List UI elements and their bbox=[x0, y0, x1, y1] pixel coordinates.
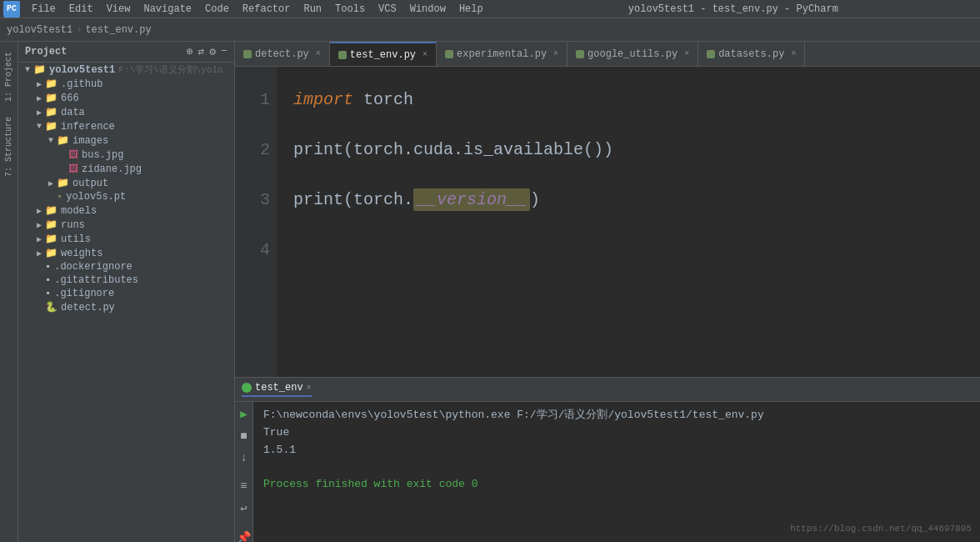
tree-item-models[interactable]: ▶ 📁 models bbox=[18, 203, 234, 218]
menu-help[interactable]: Help bbox=[452, 2, 490, 17]
code-editor[interactable]: 1 2 3 4 import torch print(torch.cuda.is… bbox=[235, 67, 980, 377]
tab-google-utils-label: google_utils.py bbox=[588, 48, 678, 60]
tab-google-utils[interactable]: google_utils.py × bbox=[568, 42, 698, 66]
run-scroll-down-button[interactable]: ↓ bbox=[238, 449, 248, 466]
tree-item-github[interactable]: ▶ 📁 .github bbox=[18, 77, 234, 91]
tab-detect-label: detect.py bbox=[255, 48, 309, 60]
tree-label-weights: weights bbox=[61, 248, 102, 259]
project-panel: Project ⊕ ⇄ ⚙ − ▼ 📁 yolov5test1 F:\学习\语义… bbox=[18, 42, 235, 542]
tree-item-images[interactable]: ▼ 📁 images bbox=[18, 133, 234, 148]
menu-view[interactable]: View bbox=[100, 2, 138, 17]
tree-item-yolov5s[interactable]: ▪ yolov5s.pt bbox=[18, 190, 234, 203]
split-icon[interactable]: ⇄ bbox=[198, 45, 205, 58]
run-status-icon bbox=[242, 383, 252, 393]
tree-item-gitignore[interactable]: ▪ .gitignore bbox=[18, 287, 234, 300]
tab-datasets[interactable]: datasets.py × bbox=[698, 42, 805, 66]
tree-item-utils[interactable]: ▶ 📁 utils bbox=[18, 232, 234, 246]
code-content[interactable]: import torch print(torch.cuda.is_availab… bbox=[277, 67, 980, 377]
gear-icon[interactable]: ⚙ bbox=[209, 45, 216, 58]
menu-tools[interactable]: Tools bbox=[328, 2, 372, 17]
line-numbers: 1 2 3 4 bbox=[235, 67, 277, 377]
tree-item-zidane[interactable]: 🖼 zidane.jpg bbox=[18, 162, 234, 176]
run-pin-button[interactable]: 📌 bbox=[235, 529, 252, 542]
tree-item-dockerignore[interactable]: ▪ .dockerignore bbox=[18, 260, 234, 274]
tab-test-env[interactable]: test_env.py × bbox=[330, 42, 437, 66]
menu-file[interactable]: File bbox=[25, 2, 62, 17]
panel-header: Project ⊕ ⇄ ⚙ − bbox=[18, 42, 234, 63]
tab-google-utils-close[interactable]: × bbox=[684, 49, 689, 58]
tree-item-root[interactable]: ▼ 📁 yolov5test1 F:\学习\语义分割\yolo bbox=[18, 63, 234, 77]
tree-label-models: models bbox=[61, 205, 97, 217]
tree-label-inference: inference bbox=[61, 121, 115, 133]
tree-label-gitignore: .gitignore bbox=[54, 288, 114, 299]
editor-section: detect.py × test_env.py × experimental.p… bbox=[235, 42, 980, 542]
line-num-4: 4 bbox=[235, 225, 270, 275]
tree-label-zidane: zidane.jpg bbox=[82, 163, 142, 175]
tab-detect-close[interactable]: × bbox=[316, 49, 321, 58]
run-bar: test_env × bbox=[235, 377, 980, 402]
run-output-true: True bbox=[263, 424, 970, 442]
tree-item-weights[interactable]: ▶ 📁 weights bbox=[18, 246, 234, 260]
breadcrumb-file[interactable]: test_env.py bbox=[82, 24, 154, 36]
tree-label-root: yolov5test1 bbox=[49, 64, 115, 76]
panel-icons: ⊕ ⇄ ⚙ − bbox=[187, 45, 228, 58]
tree-item-inference[interactable]: ▼ 📁 inference bbox=[18, 119, 234, 133]
tree-label-yolov5s: yolov5s.pt bbox=[66, 191, 126, 203]
tree-label-output: output bbox=[72, 178, 108, 189]
tree-item-bus[interactable]: 🖼 bus.jpg bbox=[18, 148, 234, 162]
menu-refactor[interactable]: Refactor bbox=[236, 2, 298, 17]
breadcrumb-sep: › bbox=[76, 24, 82, 36]
tree-label-images: images bbox=[72, 135, 108, 147]
project-strip-label[interactable]: 1: Project bbox=[2, 45, 15, 108]
structure-strip-label[interactable]: 7: Structure bbox=[2, 110, 15, 183]
menu-navigate[interactable]: Navigate bbox=[137, 2, 198, 17]
tree-label-runs: runs bbox=[61, 219, 85, 231]
tree-item-666[interactable]: ▶ 📁 666 bbox=[18, 91, 234, 105]
minimize-icon[interactable]: − bbox=[221, 45, 228, 58]
code-line-3: print(torch.__version__) bbox=[293, 175, 963, 225]
tab-datasets-close[interactable]: × bbox=[791, 49, 796, 58]
tree-item-output[interactable]: ▶ 📁 output bbox=[18, 176, 234, 190]
tree-item-data[interactable]: ▶ 📁 data bbox=[18, 105, 234, 119]
menu-edit[interactable]: Edit bbox=[62, 2, 100, 17]
line-num-1: 1 bbox=[235, 75, 270, 125]
tab-test-env-close[interactable]: × bbox=[422, 50, 428, 59]
menu-window[interactable]: Window bbox=[403, 2, 452, 17]
run-output-panel: ▶ ■ ↓ ≡ ↩ 📌 🖨 🗑 F:\newconda\envs\yolov5t… bbox=[235, 402, 980, 542]
left-tool-strip: 1: Project 7: Structure bbox=[0, 42, 18, 542]
run-settings-button[interactable]: ≡ bbox=[238, 478, 248, 494]
run-command-line: F:\newconda\envs\yolov5test\python.exe F… bbox=[263, 407, 970, 424]
tree-label-detect: detect.py bbox=[61, 302, 115, 314]
tree-item-runs[interactable]: ▶ 📁 runs bbox=[18, 218, 234, 232]
tab-experimental-label: experimental.py bbox=[457, 48, 547, 60]
window-title: yolov5test1 - test_env.py - PyCharm bbox=[490, 3, 977, 15]
tab-detect[interactable]: detect.py × bbox=[235, 42, 330, 66]
run-stop-button[interactable]: ■ bbox=[238, 428, 248, 444]
breadcrumb-bar: yolov5test1 › test_env.py bbox=[0, 18, 980, 42]
menu-run[interactable]: Run bbox=[297, 2, 328, 17]
run-output: ▶ ■ ↓ ≡ ↩ 📌 🖨 🗑 F:\newconda\envs\yolov5t… bbox=[235, 402, 980, 542]
code-line-2: print(torch.cuda.is_available()) bbox=[293, 125, 963, 175]
add-icon[interactable]: ⊕ bbox=[187, 45, 193, 58]
tab-experimental-close[interactable]: × bbox=[553, 49, 558, 58]
google-utils-tab-icon bbox=[576, 50, 584, 58]
test-env-tab-icon bbox=[338, 51, 347, 59]
run-wrap-button[interactable]: ↩ bbox=[238, 499, 248, 517]
menu-bar: PC File Edit View Navigate Code Refactor… bbox=[0, 0, 980, 18]
line-num-3: 3 bbox=[235, 175, 270, 225]
run-tab-label[interactable]: test_env × bbox=[242, 382, 312, 397]
run-tab-close[interactable]: × bbox=[307, 384, 312, 393]
run-play-button[interactable]: ▶ bbox=[238, 405, 248, 423]
menu-code[interactable]: Code bbox=[198, 2, 236, 17]
tree-item-detect[interactable]: 🐍 detect.py bbox=[18, 300, 234, 314]
tree-item-gitattributes[interactable]: ▪ .gitattributes bbox=[18, 274, 234, 287]
breadcrumb-project[interactable]: yolov5test1 bbox=[3, 24, 76, 36]
menu-vcs[interactable]: VCS bbox=[372, 2, 403, 17]
tree-label-bus: bus.jpg bbox=[82, 149, 123, 161]
tab-datasets-label: datasets.py bbox=[718, 48, 784, 60]
run-output-version: 1.5.1 bbox=[263, 442, 970, 459]
app-icon: PC bbox=[3, 1, 20, 18]
panel-title: Project bbox=[25, 46, 187, 58]
run-tool-sidebar: ▶ ■ ↓ ≡ ↩ 📌 🖨 🗑 bbox=[235, 402, 253, 542]
tab-experimental[interactable]: experimental.py × bbox=[437, 42, 568, 66]
